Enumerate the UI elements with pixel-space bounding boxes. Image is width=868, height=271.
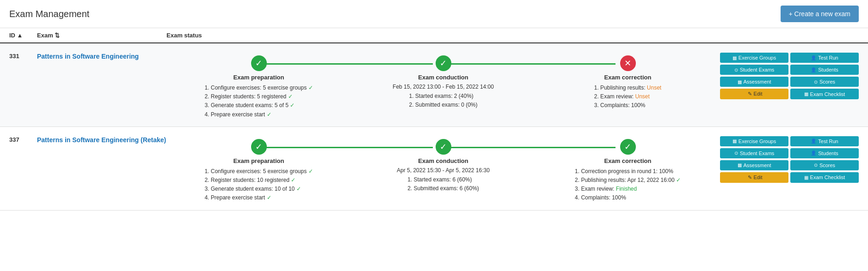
phase-details-1: 1. Started exams: 2 (40%)2. Submitted ex… <box>409 92 477 109</box>
btn-assessment[interactable]: ▦ Assessment <box>720 160 788 170</box>
btn-test-run[interactable]: 👤 Test Run <box>790 136 859 146</box>
exam-id: 337 <box>9 134 37 143</box>
btn-scores[interactable]: ⊙ Scores <box>790 160 859 170</box>
exam-name[interactable]: Patterns in Software Engineering <box>37 51 166 60</box>
btn-label: Students <box>818 67 838 72</box>
phase-circle-0: ✓ <box>251 55 267 71</box>
col-id[interactable]: ID ▲ <box>9 32 37 39</box>
btn-icon: 👤 <box>811 139 816 144</box>
table-row: 331Patterns in Software Engineering✓Exam… <box>0 43 868 127</box>
phase-details-0: 1. Configure exercises: 5 exercise group… <box>204 167 313 203</box>
btn-label: Scores <box>819 79 835 84</box>
phase-details-0: 1. Configure exercises: 5 exercise group… <box>204 84 313 119</box>
phase-circle-2: ✓ <box>620 139 636 155</box>
phase-detail-item: 3. Generate student exams: 10 of 10 ✓ <box>204 185 313 193</box>
btn-icon: ⊙ <box>814 79 818 84</box>
btn-label: Exercise Groups <box>739 55 776 60</box>
connector-1 <box>266 63 433 65</box>
exam-name[interactable]: Patterns in Software Engineering (Retake… <box>37 134 166 144</box>
phase-detail-item: 3. Complaints: 100% <box>594 101 661 110</box>
action-buttons: ▦ Exercise Groups👤 Test Run⊙ Student Exa… <box>720 134 859 183</box>
btn-icon: ⊙ <box>734 67 738 72</box>
phase-title-0: Exam preparation <box>234 157 284 164</box>
btn-icon: ⊙ <box>734 151 738 156</box>
btn-label: Assessment <box>744 79 771 84</box>
phase-circle-1: ✓ <box>436 139 451 155</box>
phase-0: ✓Exam preparation1. Configure exercises:… <box>167 139 350 203</box>
btn-icon: 👤 <box>811 67 816 72</box>
btn-label: Scores <box>819 163 835 168</box>
btn-label: Exam Checklist <box>810 175 845 180</box>
phase-detail-item: 1. Started exams: 6 (60%) <box>407 175 479 184</box>
btn-label: Test Run <box>818 55 838 60</box>
phase-detail-item: 2. Register students: 10 registered ✓ <box>204 176 313 185</box>
btn-exam-checklist[interactable]: ▦ Exam Checklist <box>790 89 859 99</box>
btn-students[interactable]: 👤 Students <box>790 65 859 75</box>
btn-label: Exercise Groups <box>739 139 776 144</box>
connector-1 <box>266 147 433 148</box>
btn-label: Assessment <box>744 163 771 168</box>
exam-id: 331 <box>9 51 37 60</box>
btn-icon: ▦ <box>733 55 737 60</box>
btn-exercise-groups[interactable]: ▦ Exercise Groups <box>720 136 788 146</box>
btn-icon: ▦ <box>804 175 808 180</box>
phase-details-2: 1. Correction progress in round 1: 100%2… <box>575 167 681 203</box>
btn---edit[interactable]: ✎ Edit <box>720 89 788 99</box>
phase-title-2: Exam correction <box>604 74 652 81</box>
exam-status: ✓Exam preparation1. Configure exercises:… <box>166 134 720 203</box>
phase-detail-item: 2. Submitted exams: 0 (0%) <box>409 101 477 109</box>
btn-exercise-groups[interactable]: ▦ Exercise Groups <box>720 53 788 63</box>
table-row: 337Patterns in Software Engineering (Ret… <box>0 127 868 211</box>
btn-label: ✎ Edit <box>748 175 762 181</box>
create-exam-button[interactable]: + Create a new exam <box>781 6 859 22</box>
btn---edit[interactable]: ✎ Edit <box>720 172 788 183</box>
btn-label: Test Run <box>818 139 838 144</box>
col-exam[interactable]: Exam ⇅ <box>37 32 166 39</box>
exam-status: ✓Exam preparation1. Configure exercises:… <box>166 51 720 119</box>
header: Exam Management + Create a new exam <box>0 0 868 28</box>
phase-detail-item: 1. Started exams: 2 (40%) <box>409 92 477 101</box>
phase-title-1: Exam conduction <box>418 74 468 81</box>
btn-icon: 👤 <box>811 55 816 60</box>
page-title: Exam Management <box>9 9 89 19</box>
exam-list: 331Patterns in Software Engineering✓Exam… <box>0 43 868 211</box>
btn-assessment[interactable]: ▦ Assessment <box>720 77 788 87</box>
phase-title-1: Exam conduction <box>418 157 468 164</box>
phase-2: ✓Exam correction1. Correction progress i… <box>536 139 719 203</box>
phase-details-1: 1. Started exams: 6 (60%)2. Submitted ex… <box>407 175 479 193</box>
phase-detail-item: 4. Prepare exercise start ✓ <box>204 193 313 202</box>
btn-student-exams[interactable]: ⊙ Student Exams <box>720 148 788 158</box>
phase-circle-1: ✓ <box>436 55 451 71</box>
btn-label: Students <box>818 151 838 156</box>
phase-detail-item: 2. Submitted exams: 6 (60%) <box>407 184 479 193</box>
btn-scores[interactable]: ⊙ Scores <box>790 77 859 87</box>
btn-label: ✎ Edit <box>748 91 762 97</box>
phase-0: ✓Exam preparation1. Configure exercises:… <box>167 55 350 119</box>
phase-date-1: Feb 15, 2022 13:00 - Feb 15, 2022 14:00 <box>393 84 494 90</box>
phase-detail-item: 4. Complaints: 100% <box>575 193 681 202</box>
phase-detail-item: 4. Prepare exercise start ✓ <box>204 110 313 119</box>
btn-icon: ▦ <box>738 79 742 84</box>
phase-detail-item: 3. Exam review: Finished <box>575 185 681 193</box>
btn-icon: ▦ <box>733 139 737 144</box>
connector-2 <box>449 63 616 65</box>
btn-exam-checklist[interactable]: ▦ Exam Checklist <box>790 172 859 183</box>
phase-title-0: Exam preparation <box>234 74 284 81</box>
btn-icon: 👤 <box>811 151 816 156</box>
table-header: ID ▲ Exam ⇅ Exam status <box>0 28 868 43</box>
btn-label: Student Exams <box>740 151 775 156</box>
col-status: Exam status <box>166 32 859 39</box>
btn-icon: ▦ <box>804 91 808 96</box>
connector-2 <box>449 147 616 148</box>
phase-details-2: 1. Publishing results: Unset2. Exam revi… <box>594 84 661 110</box>
phase-detail-item: 1. Publishing results: Unset <box>594 84 661 92</box>
btn-test-run[interactable]: 👤 Test Run <box>790 53 859 63</box>
btn-icon: ▦ <box>738 163 742 168</box>
btn-student-exams[interactable]: ⊙ Student Exams <box>720 65 788 75</box>
btn-icon: ⊙ <box>814 163 818 168</box>
phase-circle-0: ✓ <box>251 139 267 155</box>
btn-label: Student Exams <box>740 67 775 72</box>
phase-detail-item: 2. Exam review: Unset <box>594 92 661 101</box>
phase-detail-item: 1. Correction progress in round 1: 100% <box>575 167 681 176</box>
btn-students[interactable]: 👤 Students <box>790 148 859 158</box>
